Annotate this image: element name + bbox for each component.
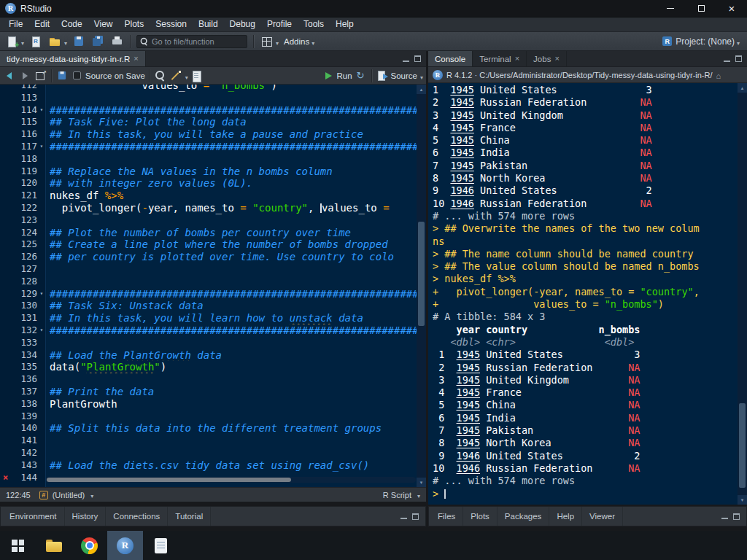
save-button[interactable] (71, 34, 88, 49)
console-line: 7 1945 Pakistan NA (433, 424, 747, 437)
editor-line: 125## Create a line plot where the numbe… (0, 238, 417, 251)
menu-file[interactable]: File (3, 18, 28, 31)
line-number: 129 (20, 288, 37, 300)
maximize-pane-icon[interactable] (735, 55, 742, 62)
tab-help[interactable]: Help (549, 507, 582, 526)
scroll-up-icon[interactable] (417, 85, 426, 94)
toolbar-separator (149, 69, 150, 82)
goto-file-function-input[interactable]: Go to file/function (136, 35, 247, 48)
scrollbar-thumb[interactable] (47, 478, 291, 482)
menu-help[interactable]: Help (330, 18, 360, 31)
close-tab-icon[interactable] (554, 55, 559, 63)
close-tab-icon[interactable] (515, 55, 519, 63)
menu-session[interactable]: Session (150, 18, 193, 31)
project-selector[interactable]: Project: (None) (661, 34, 741, 49)
taskbar-notepad[interactable] (143, 531, 179, 560)
scroll-down-icon[interactable] (417, 478, 426, 487)
minimize-pane-icon[interactable] (400, 513, 407, 519)
taskbar-rstudio[interactable] (107, 531, 143, 560)
minimize-pane-icon[interactable] (721, 513, 728, 519)
menu-view[interactable]: View (88, 18, 119, 31)
addins-button[interactable]: Addins (282, 34, 316, 49)
pane-layout-button[interactable] (258, 34, 280, 49)
source-on-save-checkbox[interactable] (73, 71, 81, 79)
scroll-down-icon[interactable] (738, 495, 747, 505)
editor-horizontal-scrollbar[interactable] (46, 477, 416, 483)
maximize-pane-icon[interactable] (412, 513, 419, 520)
menu-profile[interactable]: Profile (261, 18, 298, 31)
console-line: 3 1945 United Kingdom NA (433, 374, 747, 386)
taskbar-chrome[interactable] (71, 531, 107, 560)
start-button[interactable] (0, 531, 36, 560)
close-tab-icon[interactable] (133, 55, 138, 63)
console-output[interactable]: 1 1945 United States 32 1945 Russian Fed… (428, 83, 747, 505)
code-tools-icon[interactable] (169, 69, 182, 82)
forward-icon[interactable] (18, 69, 32, 82)
menu-plots[interactable]: Plots (119, 18, 150, 31)
minimize-pane-icon[interactable] (724, 56, 730, 62)
working-directory[interactable]: R 4.1.2 · C:/Users/Administrator/Desktop… (446, 71, 713, 79)
open-file-button[interactable] (47, 34, 69, 49)
menu-build[interactable]: Build (193, 18, 224, 31)
code-editor[interactable]: 112 values_to = "n_bombs")113114▾#######… (0, 85, 426, 487)
console-line: > nukes_df %>% (433, 273, 747, 285)
fold-arrow-icon[interactable]: ▾ (37, 141, 46, 153)
scrollbar-thumb[interactable] (418, 222, 425, 327)
source-doc-icon[interactable] (376, 69, 390, 82)
minimize-button[interactable] (655, 0, 686, 17)
find-replace-icon[interactable] (153, 69, 167, 82)
tab-history[interactable]: History (65, 507, 107, 526)
run-icon[interactable] (321, 69, 335, 82)
close-button[interactable] (716, 0, 747, 17)
maximize-button[interactable] (686, 0, 716, 17)
tab-terminal[interactable]: Terminal (473, 51, 527, 66)
menu-debug[interactable]: Debug (224, 18, 261, 31)
menu-tools[interactable]: Tools (298, 18, 330, 31)
filetype-selector[interactable]: R Script (383, 491, 411, 499)
rerun-icon[interactable] (354, 69, 368, 82)
editor-tab[interactable]: tidy-messy-data-using-tidyr-in-r.R (0, 51, 146, 66)
maximize-pane-icon[interactable] (733, 513, 740, 520)
tab-plots[interactable]: Plots (463, 507, 498, 526)
line-number: 112 (20, 85, 37, 92)
tab-connections[interactable]: Connections (106, 507, 168, 526)
taskbar-file-explorer[interactable] (36, 531, 71, 560)
new-project-button[interactable] (28, 34, 44, 49)
tab-tutorial[interactable]: Tutorial (168, 507, 211, 526)
save-icon[interactable] (56, 70, 68, 81)
save-all-button[interactable] (90, 34, 107, 49)
tab-jobs[interactable]: Jobs (527, 51, 567, 66)
menu-code[interactable]: Code (55, 18, 88, 31)
tab-console[interactable]: Console (428, 51, 473, 66)
tab-viewer[interactable]: Viewer (582, 507, 623, 526)
scroll-up-icon[interactable] (738, 83, 747, 93)
minimize-pane-icon[interactable] (403, 56, 409, 62)
fold-arrow-icon[interactable]: ▾ (37, 324, 46, 337)
back-icon[interactable] (3, 69, 17, 82)
console-line: 1 1945 United States 3 (433, 84, 747, 96)
console-vertical-scrollbar[interactable] (738, 83, 747, 505)
tab-files[interactable]: Files (430, 507, 463, 526)
taskbar-apps (0, 531, 179, 560)
run-button[interactable]: Run (336, 71, 352, 80)
maximize-pane-icon[interactable] (414, 55, 421, 62)
open-new-window-icon[interactable] (34, 69, 47, 82)
fold-arrow-icon[interactable]: ▾ (37, 104, 46, 117)
notepad-icon (155, 538, 167, 553)
compile-report-icon[interactable] (190, 69, 204, 82)
print-icon (110, 35, 124, 48)
section-selector[interactable]: (Untitled) (53, 491, 85, 499)
editor-vertical-scrollbar[interactable] (417, 85, 426, 487)
line-number: 133 (20, 337, 37, 349)
tab-packages[interactable]: Packages (498, 507, 550, 526)
scrollbar-thumb[interactable] (739, 403, 746, 488)
fold-arrow-icon[interactable]: ▾ (37, 288, 46, 300)
editor-line: 139 (0, 411, 417, 423)
home-icon[interactable] (716, 69, 721, 82)
menu-edit[interactable]: Edit (28, 18, 55, 31)
source-button[interactable]: Source (391, 71, 417, 80)
print-button[interactable] (109, 34, 125, 49)
section-icon (39, 491, 48, 499)
tab-environment[interactable]: Environment (2, 507, 65, 526)
new-file-button[interactable] (4, 34, 26, 49)
